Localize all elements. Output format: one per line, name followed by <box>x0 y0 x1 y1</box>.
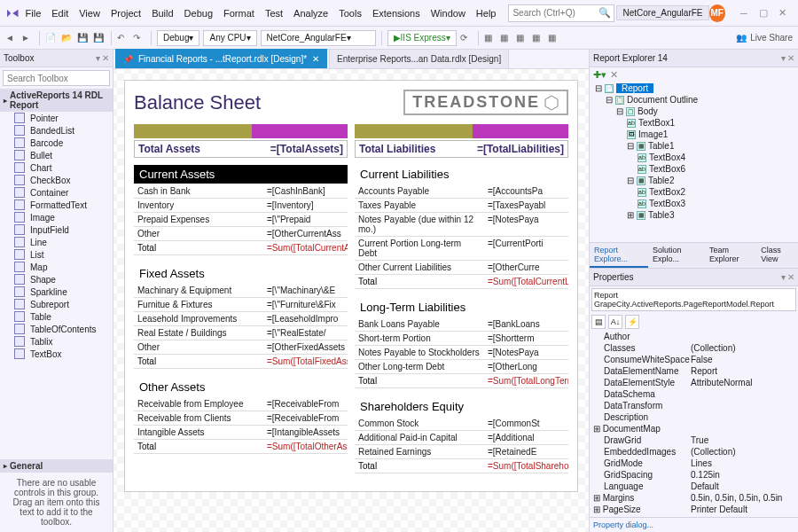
tab-enterprise-reports[interactable]: Enterprise Reports...an Data.rdlx [Desig… <box>329 49 509 68</box>
tree-textbox6[interactable]: ab TextBox6 <box>590 163 798 175</box>
pin-icon[interactable]: ▾ <box>781 53 786 63</box>
tab-class-view[interactable]: Class View <box>756 243 798 268</box>
toolbox-item[interactable]: Bullet <box>0 149 113 161</box>
run-button[interactable]: ▶ IIS Express ▾ <box>387 30 457 46</box>
minimize-button[interactable]: ─ <box>734 4 754 22</box>
toolbox-item[interactable]: Tablix <box>0 335 113 348</box>
liveshare-button[interactable]: 👥 Live Share <box>736 33 793 43</box>
menu-analyze[interactable]: Analyze <box>293 8 328 19</box>
panel-close-icon[interactable]: ✕ <box>787 53 794 63</box>
menu-tools[interactable]: Tools <box>339 8 362 19</box>
panel-close-icon[interactable]: ✕ <box>102 53 109 63</box>
tool-icon-3[interactable]: ▦ <box>516 33 528 43</box>
property-row[interactable]: DrawGridTrue <box>590 434 798 446</box>
tree-table3[interactable]: ⊞ ▦ Table3 <box>590 209 798 221</box>
tree-table2[interactable]: ⊟ ▦ Table2 <box>590 175 798 186</box>
lightning-icon[interactable]: ⚡ <box>625 315 639 329</box>
menu-build[interactable]: Build <box>152 8 173 19</box>
menu-view[interactable]: View <box>79 8 100 19</box>
close-icon[interactable]: ✕ <box>312 54 319 64</box>
platform-dropdown[interactable]: Any CPU ▾ <box>203 30 256 46</box>
menu-test[interactable]: Test <box>265 8 283 19</box>
redo-icon[interactable]: ↷ <box>133 33 145 43</box>
tree-body[interactable]: ⊟ ▢ Body <box>590 106 798 117</box>
menu-extensions[interactable]: Extensions <box>372 8 420 19</box>
tree-doc-outline[interactable]: ⊟ 📋 Document Outline <box>590 94 798 106</box>
property-row[interactable]: DataElementNameReport <box>590 365 798 377</box>
property-row[interactable]: LanguageDefault <box>590 481 798 492</box>
user-avatar[interactable]: MF <box>709 4 725 22</box>
toolbox-item[interactable]: List <box>0 248 113 261</box>
pin-icon[interactable]: 📌 <box>123 55 133 64</box>
property-dialog-link[interactable]: Property dialog... <box>590 517 798 532</box>
toolbox-item[interactable]: Map <box>0 261 113 273</box>
toolbox-group-activereports[interactable]: ActiveReports 14 RDL Report <box>0 89 113 112</box>
property-row[interactable]: Classes(Collection) <box>590 342 798 354</box>
forward-icon[interactable]: ► <box>21 33 34 43</box>
config-dropdown[interactable]: Debug ▾ <box>157 30 200 46</box>
pin-icon[interactable]: ▾ <box>781 272 786 282</box>
back-icon[interactable]: ◄ <box>5 33 18 43</box>
categorized-icon[interactable]: ▤ <box>591 315 606 329</box>
menu-help[interactable]: Help <box>476 8 497 19</box>
tab-team-explorer[interactable]: Team Explorer <box>705 243 756 268</box>
tree-textbox4[interactable]: ab TextBox4 <box>590 152 798 163</box>
undo-icon[interactable]: ↶ <box>117 33 129 43</box>
tool-icon-4[interactable]: ▦ <box>532 33 544 43</box>
tool-icon-1[interactable]: ▦ <box>484 33 497 43</box>
save-icon[interactable]: 💾 <box>77 33 90 43</box>
property-row[interactable]: ⊞ Margins0.5in, 0.5in, 0.5in, 0.5in <box>590 492 798 504</box>
toolbox-item[interactable]: BandedList <box>0 124 113 137</box>
saveall-icon[interactable]: 💾 <box>93 33 106 43</box>
tab-solution-explorer[interactable]: Solution Explo... <box>648 243 705 268</box>
tree-image1[interactable]: 🖼 Image1 <box>590 129 798 140</box>
menu-file[interactable]: File <box>26 8 42 19</box>
new-icon[interactable]: 📄 <box>45 33 58 43</box>
toolbox-group-general[interactable]: General <box>0 459 113 473</box>
delete-icon[interactable]: ✕ <box>610 69 618 81</box>
add-icon[interactable]: ✚▾ <box>593 69 606 81</box>
toolbox-item[interactable]: InputField <box>0 223 113 236</box>
panel-close-icon[interactable]: ✕ <box>787 272 794 282</box>
tab-report-explorer[interactable]: Report Explore... <box>590 243 648 268</box>
refresh-icon[interactable]: ⟳ <box>460 33 473 43</box>
toolbox-item[interactable]: Chart <box>0 161 113 174</box>
toolbox-item[interactable]: TextBox <box>0 348 113 360</box>
property-row[interactable]: ⊞ DocumentMap <box>590 423 798 434</box>
open-icon[interactable]: 📂 <box>61 33 74 43</box>
tree-root[interactable]: ⊟ 📄 Report <box>590 82 798 94</box>
tree-textbox1[interactable]: ab TextBox1 <box>590 117 798 129</box>
toolbox-item[interactable]: Pointer <box>0 112 113 124</box>
toolbox-item[interactable]: Shape <box>0 273 113 286</box>
tab-financial-reports[interactable]: 📌Financial Reports - ...tReport.rdlx [De… <box>115 49 327 68</box>
property-row[interactable]: GridModeLines <box>590 458 798 469</box>
tool-icon-2[interactable]: ▦ <box>500 33 512 43</box>
toolbox-search-input[interactable] <box>3 70 110 86</box>
property-row[interactable]: Description <box>590 411 798 423</box>
toolbox-item[interactable]: TableOfContents <box>0 323 113 335</box>
tree-table1[interactable]: ⊟ ▦ Table1 <box>590 140 798 152</box>
toolbox-item[interactable]: Table <box>0 310 113 323</box>
toolbox-item[interactable]: Subreport <box>0 298 113 310</box>
toolbox-item[interactable]: Sparkline <box>0 286 113 298</box>
property-row[interactable]: GridSpacing0.125in <box>590 469 798 481</box>
tree-textbox3[interactable]: ab TextBox3 <box>590 198 798 209</box>
property-row[interactable]: DataElementStyleAttributeNormal <box>590 377 798 388</box>
property-row[interactable]: ⊞ PageSizePrinter Default <box>590 504 798 515</box>
toolbox-item[interactable]: CheckBox <box>0 174 113 186</box>
toolbox-item[interactable]: Image <box>0 211 113 223</box>
property-row[interactable]: Author <box>590 331 798 342</box>
property-row[interactable]: DataSchema <box>590 388 798 400</box>
properties-object-selector[interactable]: Report GrapeCity.ActiveReports.PageRepor… <box>591 288 796 311</box>
tool-icon-5[interactable]: ▦ <box>548 33 560 43</box>
menu-format[interactable]: Format <box>223 8 254 19</box>
toolbox-item[interactable]: Line <box>0 236 113 248</box>
toolbox-item[interactable]: Container <box>0 186 113 199</box>
design-surface[interactable]: Balance Sheet TREADSTONE Total Assets=[T… <box>113 69 589 532</box>
startup-project-dropdown[interactable]: NetCore_AngularFE ▾ <box>261 30 376 46</box>
toolbox-item[interactable]: FormattedText <box>0 199 113 211</box>
property-row[interactable]: DataTransform <box>590 400 798 411</box>
menu-window[interactable]: Window <box>431 8 466 19</box>
pin-icon[interactable]: ▾ <box>96 53 100 63</box>
toolbox-item[interactable]: Barcode <box>0 137 113 149</box>
